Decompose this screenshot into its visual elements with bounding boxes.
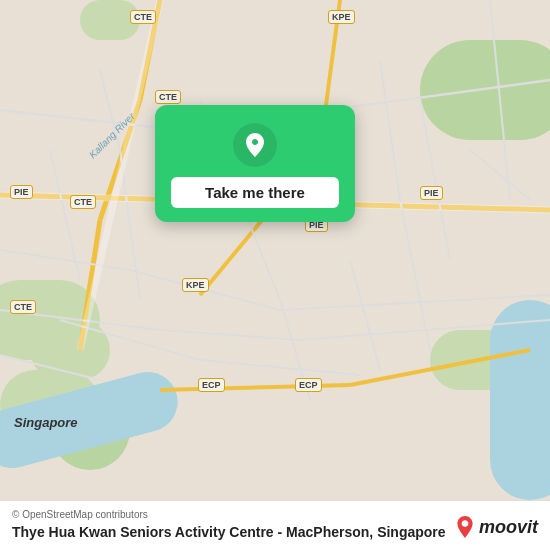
- location-pin-icon: [233, 123, 277, 167]
- svg-line-21: [420, 100, 450, 260]
- svg-line-28: [0, 355, 100, 380]
- bottom-bar: © OpenStreetMap contributors Thye Hua Kw…: [0, 500, 550, 550]
- road-network: [0, 0, 550, 550]
- svg-line-20: [400, 200, 430, 350]
- svg-line-30: [350, 260, 380, 370]
- highway-label-cte2: CTE: [155, 90, 181, 104]
- city-label: Singapore: [14, 415, 78, 430]
- highway-label-cte: CTE: [130, 10, 156, 24]
- svg-line-12: [280, 295, 550, 310]
- highway-label-cte3: CTE: [70, 195, 96, 209]
- moovit-logo: moovit: [454, 516, 538, 538]
- highway-label-cte4: CTE: [10, 300, 36, 314]
- map-container: Kallang River CTE CTE CTE CTE PIE PIE PI…: [0, 0, 550, 550]
- svg-line-26: [470, 150, 530, 200]
- svg-line-31: [80, 0, 160, 350]
- highway-label-ecp2: ECP: [295, 378, 322, 392]
- svg-line-14: [160, 330, 300, 340]
- highway-label-pie1: PIE: [10, 185, 33, 199]
- highway-label-ecp1: ECP: [198, 378, 225, 392]
- svg-line-19: [380, 60, 400, 200]
- svg-line-25: [200, 360, 360, 375]
- highway-label-kpe1: KPE: [328, 10, 355, 24]
- moovit-brand-text: moovit: [479, 517, 538, 538]
- moovit-pin-icon: [454, 516, 476, 538]
- popup-card: Take me there: [155, 105, 355, 222]
- take-me-there-button[interactable]: Take me there: [171, 177, 339, 208]
- svg-line-8: [0, 110, 180, 130]
- svg-line-10: [0, 250, 130, 270]
- highway-label-pie3: PIE: [420, 186, 443, 200]
- highway-label-kpe2: KPE: [182, 278, 209, 292]
